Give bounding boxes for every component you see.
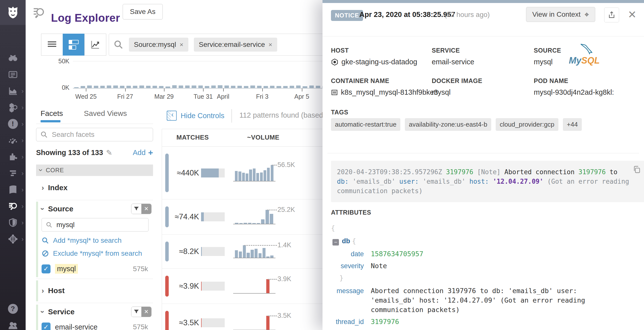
attr-key-message[interactable]: message xyxy=(331,286,364,314)
collapse-node-icon[interactable]: − xyxy=(332,239,339,246)
sidebar-item-dashboards[interactable]: › xyxy=(0,132,26,148)
tag-pill[interactable]: +44 xyxy=(563,118,582,131)
chevron-right-icon: › xyxy=(22,104,24,111)
service-value[interactable]: email-service xyxy=(432,58,474,66)
sidebar-item-security[interactable]: › xyxy=(0,214,26,231)
hide-controls-button[interactable]: Hide Controls xyxy=(167,111,224,121)
search-filter-pill[interactable]: Source:mysql× xyxy=(129,38,188,52)
source-value[interactable]: mysql xyxy=(534,58,553,66)
pod-name-value[interactable]: mysql-930dj4n2ad-kg8kl: xyxy=(534,88,614,96)
add-facet-button[interactable]: Add+ xyxy=(133,148,153,157)
dashboards-icon xyxy=(8,135,18,145)
tab-facets[interactable]: Facets xyxy=(40,109,63,118)
sparkline-bar xyxy=(271,165,274,181)
sparkline-bar xyxy=(254,249,258,258)
sidebar-item-logs[interactable]: › xyxy=(0,198,26,214)
attr-key-date[interactable]: date xyxy=(331,249,364,259)
sidebar-item-events[interactable] xyxy=(0,66,26,83)
sidebar-item-help[interactable]: ? xyxy=(0,301,26,317)
edit-facets-icon[interactable]: ✎ xyxy=(106,148,112,157)
clear-filter-icon[interactable]: ✕ xyxy=(141,307,151,317)
histogram-bar xyxy=(296,85,300,88)
analytics-view-button[interactable] xyxy=(84,34,106,56)
match-ratio-bar xyxy=(201,318,225,327)
x-axis-tick-label: Fri 3 xyxy=(256,93,268,100)
funnel-icon[interactable] xyxy=(132,204,141,214)
source-search-box[interactable] xyxy=(42,218,148,232)
tag-pill[interactable]: cloud_provider:gcp xyxy=(496,118,558,131)
sidebar-item-notebooks[interactable]: › xyxy=(0,182,26,198)
attr-key-severity[interactable]: severity xyxy=(331,261,364,271)
histogram-bar xyxy=(309,85,314,88)
sidebar-item-apm[interactable]: › xyxy=(0,165,26,182)
histogram-bar xyxy=(94,86,98,88)
sparkline-baseline xyxy=(233,224,276,224)
notebooks-icon xyxy=(8,185,18,195)
facet-filter-toggle[interactable]: ✕ xyxy=(131,204,152,214)
view-in-context-button[interactable]: View in Context ⌖ xyxy=(526,7,595,22)
sidebar-item-watchdog[interactable] xyxy=(0,50,26,66)
search-icon xyxy=(40,130,48,139)
sidebar-item-users[interactable] xyxy=(0,317,26,330)
sidebar-item-monitors[interactable]: !› xyxy=(0,116,26,132)
list-view-button[interactable] xyxy=(41,34,63,56)
exclude-from-search-link[interactable]: Exclude *mysql* from search xyxy=(42,249,153,257)
message-segment: [Note] xyxy=(473,168,504,176)
volume-sparkline: 25.2K xyxy=(235,210,274,224)
checkbox-checked-icon[interactable]: ✓ xyxy=(42,264,50,273)
save-as-button[interactable]: Save As xyxy=(123,4,163,20)
remove-filter-icon[interactable]: × xyxy=(180,41,184,49)
relative-time: (12 hours ago) xyxy=(444,11,490,19)
facet-search-input[interactable] xyxy=(51,130,149,139)
facet-section-host[interactable]: ›Host xyxy=(36,279,153,303)
container-name-value[interactable]: k8s_mysql_mysql-813hf9bke3 xyxy=(331,88,438,96)
add-to-search-link[interactable]: Add *mysql* to search xyxy=(42,237,153,245)
sidebar-item-infrastructure[interactable]: › xyxy=(0,99,26,116)
message-segment: 3197976 xyxy=(446,168,473,176)
close-icon[interactable]: ✕ xyxy=(628,9,636,21)
sidebar-item-synthetics[interactable]: › xyxy=(0,231,26,247)
funnel-icon[interactable] xyxy=(132,307,141,317)
facet-value-email-service[interactable]: ✓ email-service 575k xyxy=(42,322,153,330)
host-value[interactable]: gke-staging-us-datadog xyxy=(331,58,417,66)
message-segment: db: xyxy=(337,178,349,185)
facet-group-core[interactable]: › CORE xyxy=(36,164,153,176)
tab-saved-views[interactable]: Saved Views xyxy=(84,109,127,118)
facet-value-mysql[interactable]: ✓ mysql 575k xyxy=(42,264,153,274)
datadog-logo[interactable] xyxy=(0,0,26,25)
tag-pill[interactable]: availability-zone:us-east4-b xyxy=(405,118,491,131)
facet-search-box[interactable] xyxy=(36,128,153,141)
tag-pill[interactable]: automatic-restart:true xyxy=(331,118,400,131)
search-filter-pill[interactable]: Service:email-service× xyxy=(194,38,277,52)
facet-section-index[interactable]: ›Index xyxy=(36,176,153,200)
message-segment: user: xyxy=(399,178,418,185)
peak-annotation-line xyxy=(267,210,277,210)
filter-label: Source:mysql xyxy=(134,41,176,49)
attr-key-thread-id[interactable]: thread_id xyxy=(331,317,364,326)
json-open-brace: { xyxy=(331,223,630,233)
copy-icon[interactable] xyxy=(632,165,641,175)
sparkline-baseline xyxy=(233,293,276,294)
log-explorer-app: ››!›››››››› ? Log Explorer Save As Sourc… xyxy=(0,0,644,330)
checkbox-checked-icon[interactable]: ✓ xyxy=(42,322,50,330)
watchdog-icon xyxy=(8,53,18,63)
message-segment: 'emails_db' xyxy=(349,178,400,185)
tags-row: automatic-restart:trueavailability-zone:… xyxy=(331,118,582,131)
volume-sparkline: 3.9K xyxy=(235,279,274,293)
x-axis-tick xyxy=(262,88,263,91)
facet-filter-toggle[interactable]: ✕ xyxy=(131,306,152,317)
pattern-view-button[interactable] xyxy=(63,34,84,56)
sidebar-item-integrations[interactable]: › xyxy=(0,148,26,165)
message-segment: host: xyxy=(469,178,489,185)
share-button[interactable] xyxy=(604,8,619,23)
attr-value-thread-id: 3197976 xyxy=(371,317,399,326)
source-search-input[interactable] xyxy=(56,221,144,229)
sparkline-bar xyxy=(258,253,262,258)
docker-image-value[interactable]: mysql xyxy=(432,88,451,96)
remove-filter-icon[interactable]: × xyxy=(268,41,272,49)
attr-key-db[interactable]: db xyxy=(342,237,350,245)
sparkline-bar xyxy=(264,170,266,181)
sidebar-item-metrics[interactable]: › xyxy=(0,83,26,99)
attr-value-date: 1587634705957 xyxy=(371,249,423,259)
clear-filter-icon[interactable]: ✕ xyxy=(141,204,151,214)
